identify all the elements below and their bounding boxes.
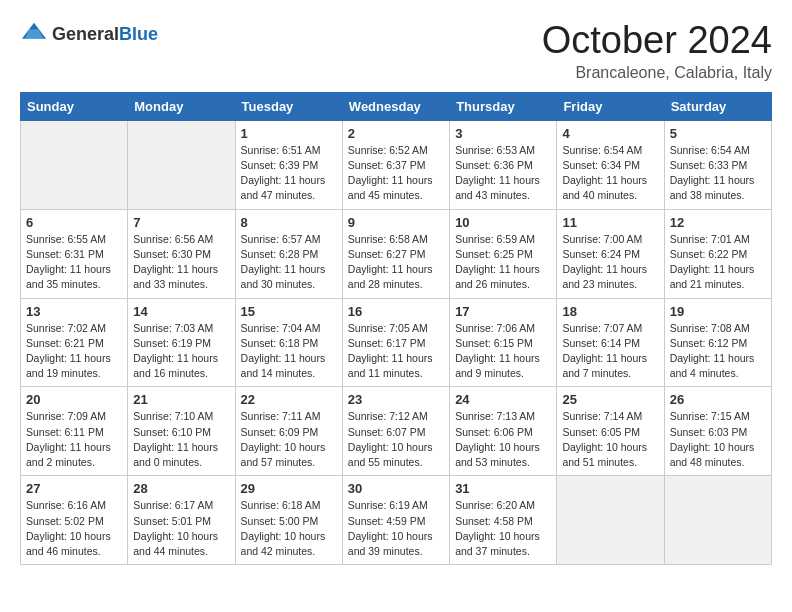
day-info: Sunrise: 7:13 AMSunset: 6:06 PMDaylight:…	[455, 409, 551, 470]
sunset-text: Sunset: 6:22 PM	[670, 248, 748, 260]
calendar-cell	[128, 120, 235, 209]
day-number: 7	[133, 215, 229, 230]
header-cell-tuesday: Tuesday	[235, 92, 342, 120]
sunset-text: Sunset: 6:24 PM	[562, 248, 640, 260]
calendar-cell: 3Sunrise: 6:53 AMSunset: 6:36 PMDaylight…	[450, 120, 557, 209]
sunset-text: Sunset: 6:27 PM	[348, 248, 426, 260]
logo-text: GeneralBlue	[52, 24, 158, 45]
day-number: 16	[348, 304, 444, 319]
sunset-text: Sunset: 6:09 PM	[241, 426, 319, 438]
day-info: Sunrise: 7:06 AMSunset: 6:15 PMDaylight:…	[455, 321, 551, 382]
sunset-text: Sunset: 6:37 PM	[348, 159, 426, 171]
day-info: Sunrise: 7:11 AMSunset: 6:09 PMDaylight:…	[241, 409, 337, 470]
sunrise-text: Sunrise: 7:13 AM	[455, 410, 535, 422]
sunrise-text: Sunrise: 7:08 AM	[670, 322, 750, 334]
day-info: Sunrise: 6:19 AMSunset: 4:59 PMDaylight:…	[348, 498, 444, 559]
calendar-week-1: 6Sunrise: 6:55 AMSunset: 6:31 PMDaylight…	[21, 209, 772, 298]
daylight-text: Daylight: 10 hours and 57 minutes.	[241, 441, 326, 468]
daylight-text: Daylight: 11 hours and 30 minutes.	[241, 263, 326, 290]
sunset-text: Sunset: 5:02 PM	[26, 515, 104, 527]
sunset-text: Sunset: 6:36 PM	[455, 159, 533, 171]
calendar-cell: 11Sunrise: 7:00 AMSunset: 6:24 PMDayligh…	[557, 209, 664, 298]
sunrise-text: Sunrise: 7:05 AM	[348, 322, 428, 334]
day-number: 10	[455, 215, 551, 230]
day-number: 29	[241, 481, 337, 496]
daylight-text: Daylight: 11 hours and 43 minutes.	[455, 174, 540, 201]
day-info: Sunrise: 6:16 AMSunset: 5:02 PMDaylight:…	[26, 498, 122, 559]
day-number: 17	[455, 304, 551, 319]
calendar-cell	[664, 476, 771, 565]
sunset-text: Sunset: 6:06 PM	[455, 426, 533, 438]
day-number: 9	[348, 215, 444, 230]
calendar-week-4: 27Sunrise: 6:16 AMSunset: 5:02 PMDayligh…	[21, 476, 772, 565]
sunset-text: Sunset: 6:03 PM	[670, 426, 748, 438]
sunset-text: Sunset: 6:28 PM	[241, 248, 319, 260]
logo: GeneralBlue	[20, 20, 158, 48]
header-cell-saturday: Saturday	[664, 92, 771, 120]
location-title: Brancaleone, Calabria, Italy	[542, 64, 772, 82]
sunrise-text: Sunrise: 6:54 AM	[562, 144, 642, 156]
day-number: 1	[241, 126, 337, 141]
sunset-text: Sunset: 6:10 PM	[133, 426, 211, 438]
calendar-cell: 20Sunrise: 7:09 AMSunset: 6:11 PMDayligh…	[21, 387, 128, 476]
sunset-text: Sunset: 6:25 PM	[455, 248, 533, 260]
calendar-cell: 28Sunrise: 6:17 AMSunset: 5:01 PMDayligh…	[128, 476, 235, 565]
calendar-cell: 27Sunrise: 6:16 AMSunset: 5:02 PMDayligh…	[21, 476, 128, 565]
sunrise-text: Sunrise: 6:53 AM	[455, 144, 535, 156]
daylight-text: Daylight: 11 hours and 0 minutes.	[133, 441, 218, 468]
day-number: 26	[670, 392, 766, 407]
calendar-body: 1Sunrise: 6:51 AMSunset: 6:39 PMDaylight…	[21, 120, 772, 564]
day-info: Sunrise: 7:07 AMSunset: 6:14 PMDaylight:…	[562, 321, 658, 382]
calendar-cell: 31Sunrise: 6:20 AMSunset: 4:58 PMDayligh…	[450, 476, 557, 565]
sunrise-text: Sunrise: 7:11 AM	[241, 410, 321, 422]
sunrise-text: Sunrise: 6:54 AM	[670, 144, 750, 156]
sunset-text: Sunset: 6:19 PM	[133, 337, 211, 349]
calendar-cell: 16Sunrise: 7:05 AMSunset: 6:17 PMDayligh…	[342, 298, 449, 387]
sunrise-text: Sunrise: 6:51 AM	[241, 144, 321, 156]
day-number: 25	[562, 392, 658, 407]
day-info: Sunrise: 6:54 AMSunset: 6:34 PMDaylight:…	[562, 143, 658, 204]
header-cell-sunday: Sunday	[21, 92, 128, 120]
day-number: 3	[455, 126, 551, 141]
day-number: 5	[670, 126, 766, 141]
sunset-text: Sunset: 6:12 PM	[670, 337, 748, 349]
calendar-cell: 14Sunrise: 7:03 AMSunset: 6:19 PMDayligh…	[128, 298, 235, 387]
day-number: 19	[670, 304, 766, 319]
sunrise-text: Sunrise: 7:12 AM	[348, 410, 428, 422]
day-number: 23	[348, 392, 444, 407]
day-info: Sunrise: 6:18 AMSunset: 5:00 PMDaylight:…	[241, 498, 337, 559]
sunrise-text: Sunrise: 6:16 AM	[26, 499, 106, 511]
sunset-text: Sunset: 6:34 PM	[562, 159, 640, 171]
sunset-text: Sunset: 6:31 PM	[26, 248, 104, 260]
sunrise-text: Sunrise: 6:18 AM	[241, 499, 321, 511]
daylight-text: Daylight: 11 hours and 26 minutes.	[455, 263, 540, 290]
sunrise-text: Sunrise: 7:10 AM	[133, 410, 213, 422]
calendar-table: SundayMondayTuesdayWednesdayThursdayFrid…	[20, 92, 772, 565]
calendar-cell: 9Sunrise: 6:58 AMSunset: 6:27 PMDaylight…	[342, 209, 449, 298]
daylight-text: Daylight: 11 hours and 47 minutes.	[241, 174, 326, 201]
calendar-cell	[21, 120, 128, 209]
daylight-text: Daylight: 11 hours and 14 minutes.	[241, 352, 326, 379]
sunset-text: Sunset: 6:11 PM	[26, 426, 104, 438]
day-info: Sunrise: 6:53 AMSunset: 6:36 PMDaylight:…	[455, 143, 551, 204]
sunrise-text: Sunrise: 7:02 AM	[26, 322, 106, 334]
calendar-cell	[557, 476, 664, 565]
day-number: 6	[26, 215, 122, 230]
calendar-cell: 19Sunrise: 7:08 AMSunset: 6:12 PMDayligh…	[664, 298, 771, 387]
daylight-text: Daylight: 10 hours and 42 minutes.	[241, 530, 326, 557]
daylight-text: Daylight: 11 hours and 33 minutes.	[133, 263, 218, 290]
sunset-text: Sunset: 6:17 PM	[348, 337, 426, 349]
day-number: 2	[348, 126, 444, 141]
sunrise-text: Sunrise: 6:17 AM	[133, 499, 213, 511]
daylight-text: Daylight: 11 hours and 4 minutes.	[670, 352, 755, 379]
calendar-cell: 1Sunrise: 6:51 AMSunset: 6:39 PMDaylight…	[235, 120, 342, 209]
day-number: 8	[241, 215, 337, 230]
day-info: Sunrise: 7:00 AMSunset: 6:24 PMDaylight:…	[562, 232, 658, 293]
calendar-cell: 5Sunrise: 6:54 AMSunset: 6:33 PMDaylight…	[664, 120, 771, 209]
month-title: October 2024	[542, 20, 772, 62]
calendar-cell: 2Sunrise: 6:52 AMSunset: 6:37 PMDaylight…	[342, 120, 449, 209]
day-number: 28	[133, 481, 229, 496]
daylight-text: Daylight: 10 hours and 51 minutes.	[562, 441, 647, 468]
daylight-text: Daylight: 11 hours and 7 minutes.	[562, 352, 647, 379]
day-info: Sunrise: 7:15 AMSunset: 6:03 PMDaylight:…	[670, 409, 766, 470]
